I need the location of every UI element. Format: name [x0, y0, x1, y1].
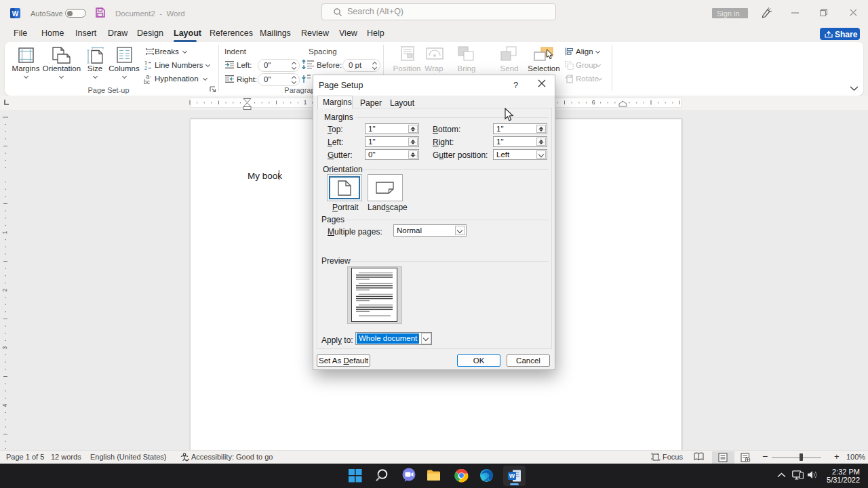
svg-text:W: W: [509, 472, 515, 479]
svg-text:2: 2: [144, 65, 147, 70]
svg-text:1: 1: [1, 230, 8, 234]
svg-text:2: 2: [1, 288, 8, 291]
svg-text:bc: bc: [144, 79, 151, 85]
svg-text:6: 6: [592, 99, 595, 106]
svg-text:1: 1: [304, 99, 307, 106]
svg-text:3: 3: [1, 346, 8, 349]
svg-text:W: W: [12, 10, 19, 18]
svg-text:4: 4: [1, 403, 8, 407]
